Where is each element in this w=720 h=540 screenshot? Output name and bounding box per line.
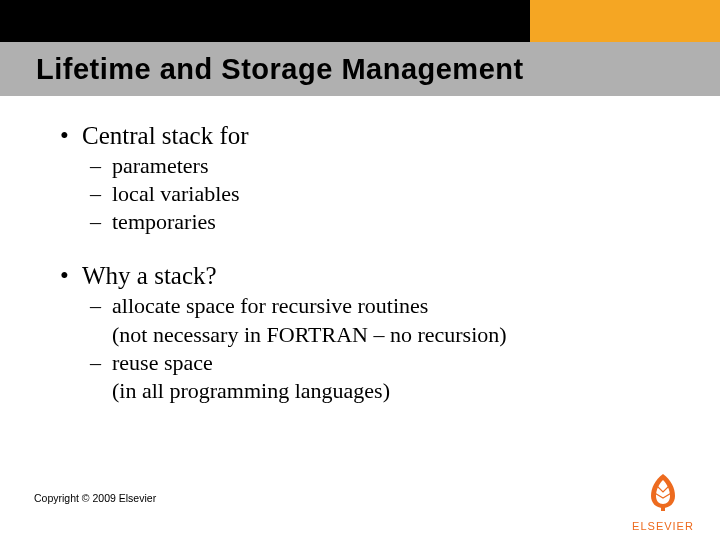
- bullet-sub-text: allocate space for recursive routines: [112, 293, 428, 318]
- top-orange-box: [530, 0, 720, 42]
- slide-content: Central stack for parameters local varia…: [60, 120, 660, 405]
- bullet-text: Why a stack?: [82, 262, 217, 289]
- bullet-sub: parameters: [90, 152, 660, 180]
- elsevier-tree-icon: [641, 470, 685, 514]
- svg-rect-0: [661, 504, 665, 511]
- bullet-sub: allocate space for recursive routines: [90, 292, 660, 320]
- title-bar: Lifetime and Storage Management: [0, 42, 720, 96]
- bullet-sub-text: temporaries: [112, 209, 216, 234]
- bullet-text: Central stack for: [82, 122, 249, 149]
- bullet-main: Why a stack?: [60, 260, 660, 292]
- bullet-sub-cont: (not necessary in FORTRAN – no recursion…: [112, 321, 660, 349]
- elsevier-logo: ELSEVIER: [630, 470, 696, 532]
- bullet-sub-text: reuse space: [112, 350, 213, 375]
- copyright-text: Copyright © 2009 Elsevier: [34, 492, 156, 504]
- bullet-sub-text: parameters: [112, 153, 209, 178]
- bullet-main: Central stack for: [60, 120, 660, 152]
- bullet-sub: local variables: [90, 180, 660, 208]
- bullet-sub-text: local variables: [112, 181, 240, 206]
- elsevier-logo-text: ELSEVIER: [630, 520, 696, 532]
- slide-title: Lifetime and Storage Management: [36, 53, 524, 86]
- bullet-sub: reuse space: [90, 349, 660, 377]
- bullet-sub: temporaries: [90, 208, 660, 236]
- bullet-sub-cont: (in all programming languages): [112, 377, 660, 405]
